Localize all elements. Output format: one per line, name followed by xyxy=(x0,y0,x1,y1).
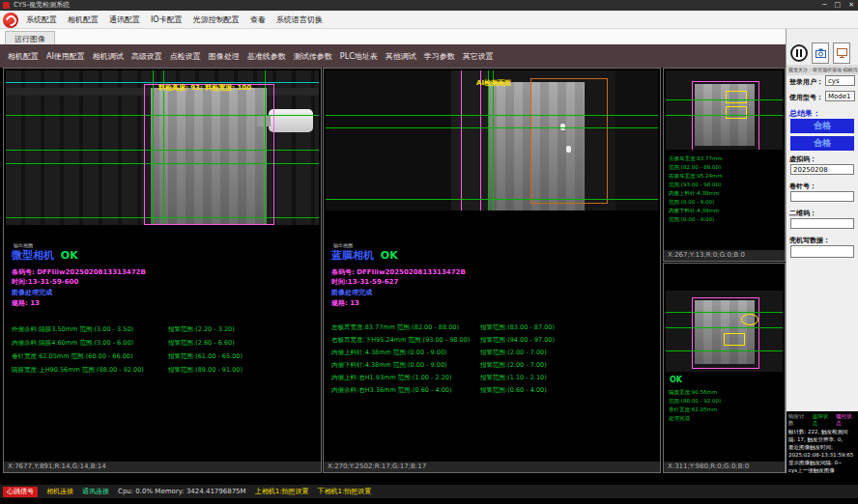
menu-item-camera-config[interactable]: 相机配置 xyxy=(68,14,99,25)
needle-no-label: 卷针号： xyxy=(789,182,816,191)
overlay-magenta-line xyxy=(461,70,462,210)
time-text: 时间:13-31-59-600 xyxy=(12,277,78,287)
camera-view-button[interactable] xyxy=(833,42,850,64)
measure-row: 内侧上料针:4.38mm 范围:(0.00 - 9.00)报警范围:(2.00 … xyxy=(324,349,660,358)
write-data-label: 壳机写数据： xyxy=(789,236,830,245)
needle-no-field[interactable] xyxy=(790,191,854,202)
measure-row: 内侧余料:隔膜4.60mm 范围:(3.00 - 6.00)报警范围:(2.60… xyxy=(4,339,321,349)
measure-row: 内侧上料:右H1.93mm 范围:(1.00 - 2.20)报警范围:(1.10… xyxy=(324,374,660,383)
toolbar-item-image-processing[interactable]: 图像处理 xyxy=(209,51,240,62)
measure-row: 外侧余料:隔膜3.50mm 范围:(3.00 - 3.50)报警范围:(2.20… xyxy=(4,325,321,335)
pixel-readout: X:270;Y:2502;R:17;G:17;B:17 xyxy=(324,462,660,472)
pause-button[interactable] xyxy=(790,44,808,62)
write-data-field[interactable] xyxy=(790,245,854,258)
window-controls: ─ □ ✕ xyxy=(822,0,854,11)
measure-row: 隔膜宽度:上H90.56mm 范围:(88.00 - 92.00)报警范围:(8… xyxy=(4,366,321,376)
toolbar: 相机配置 AI使用配置 相机调试 高级设置 点检设置 图像处理 基准线参数 测试… xyxy=(0,44,786,68)
overlay-green-line xyxy=(666,99,783,100)
qr-code-label: 二维码： xyxy=(789,209,816,218)
virtual-code-label: 虚拟码： xyxy=(789,154,816,164)
measure-row: 卷针宽度:62.05mm 范围:(60.00 - 66.00)报警范围:(61.… xyxy=(4,352,321,362)
toolbar-item-learn-params[interactable]: 学习参数 xyxy=(424,51,455,62)
app-window: CYS-视觉检测系统 ─ □ ✕ 系统配置 相机配置 通讯配置 IO卡配置 光源… xyxy=(0,0,858,504)
model-field[interactable] xyxy=(825,91,855,101)
camera-result-line: 蓝膜相机 OK xyxy=(331,248,398,263)
cpu-memory-readout: Cpu: 0.0% Memory: 3424.41796875M xyxy=(118,488,246,495)
overlay-ai-text: AI检测画面 xyxy=(476,78,511,88)
result-box-2: 合格 xyxy=(790,136,854,151)
maximize-icon[interactable]: □ xyxy=(835,0,842,11)
camera-name: 蓝膜相机 xyxy=(331,249,374,262)
barcode-text: 条码号: DFFIiiw2025020813313472B xyxy=(331,267,466,277)
thumb-measure-line: 左极耳宽度:83.77mm xyxy=(669,155,723,162)
toolbar-item-other-debug[interactable]: 其他调试 xyxy=(386,51,416,62)
camera-capture-button[interactable] xyxy=(812,42,829,64)
qr-code-field[interactable] xyxy=(790,218,854,229)
barcode-text: 条码号: DFFIiiw2025020813313472B xyxy=(12,267,146,277)
tab-row: 运行图像 xyxy=(0,29,786,45)
toolbar-item-ai-config[interactable]: AI使用配置 xyxy=(46,51,85,62)
menu-item-view[interactable]: 查看 xyxy=(250,14,266,25)
brand-logo-icon xyxy=(3,13,18,28)
toolbar-item-plc-address[interactable]: PLC地址表 xyxy=(340,51,378,62)
title-bar: CYS-视觉检测系统 ─ □ ✕ xyxy=(0,0,858,11)
center-camera-image[interactable]: AI检测画面 xyxy=(326,70,658,210)
thumb-bottom-image[interactable] xyxy=(666,291,783,372)
process-status: 图像处理完成 xyxy=(12,288,52,297)
minimize-icon[interactable]: ─ xyxy=(822,0,826,11)
toolbar-item-camera-debug[interactable]: 相机调试 xyxy=(93,51,124,62)
measure-row: 内侧余料:右H3.36mm 范围:(0.60 - 4.00)报警范围:(0.60… xyxy=(324,386,660,396)
overlay-yellow-box xyxy=(724,333,745,346)
ai-roi-rect xyxy=(530,78,608,204)
pixel-readout: X:7677,Y:891;R:14,G:14,B:14 xyxy=(4,462,321,472)
upper-camera-setting: 上相机1:拍照设置 xyxy=(255,487,309,496)
camera-icon xyxy=(815,48,826,58)
left-camera-image[interactable]: 料枪高度: 93; 料枪宽度: 100 xyxy=(6,70,319,225)
model-label: 使用型号： xyxy=(789,93,823,102)
menu-item-system-config[interactable]: 系统配置 xyxy=(26,14,57,25)
toolbar-item-test-params[interactable]: 测试传参数 xyxy=(294,51,332,62)
virtual-code-field[interactable] xyxy=(790,164,854,175)
app-icon xyxy=(3,2,10,9)
menu-item-io-config[interactable]: IO卡配置 xyxy=(151,14,183,25)
toolbar-item-spot-check[interactable]: 点检设置 xyxy=(170,51,201,62)
time-text: 时间:13-31-59-627 xyxy=(331,277,398,287)
menu-item-comm-config[interactable]: 通讯配置 xyxy=(109,14,140,25)
thumb-measure-line: 隔膜宽度:90.56mm xyxy=(669,389,717,396)
panel-caption: 视觉关注：研究场所基地·棕榈湾基地 xyxy=(786,65,858,75)
spec-text: 规格: 13 xyxy=(12,298,40,308)
quick-actions xyxy=(790,42,850,64)
camera-link-status: 相机连接 xyxy=(46,487,73,496)
toolbar-item-advanced-settings[interactable]: 高级设置 xyxy=(131,51,162,62)
status-bar: 心跳信号 相机连接 通讯连接 Cpu: 0.0% Memory: 3424.41… xyxy=(0,485,858,498)
heartbeat-indicator: 心跳信号 xyxy=(3,487,38,497)
camera-result-line: 微型相机 OK xyxy=(12,248,78,263)
overlay-measure-text: 料枪高度: 93; 料枪宽度: 100 xyxy=(158,83,251,93)
monitor-icon xyxy=(837,48,847,58)
thumb-camera-panel-top: 左极耳宽度:83.77mm 范围:(82.00 - 88.00) 右极耳宽度:9… xyxy=(663,68,786,262)
total-result-label: 总结果： xyxy=(789,108,820,119)
stats-panel: 响应计数 故障状态 螺丝状态 帧计数: 222, 触发检测间 隔: 17, 触发… xyxy=(786,411,858,473)
stats-line: 帧计数: 222, 触发检测间 xyxy=(788,428,856,435)
thumb-top-image[interactable] xyxy=(666,70,783,150)
center-camera-panel: AI检测画面 输出画面 蓝膜相机 OK 条码号: DFFIiiw20250208… xyxy=(323,68,661,473)
result-ok: OK xyxy=(670,376,682,384)
left-camera-panel: 料枪高度: 93; 料枪宽度: 100 输出画面 微型相机 OK 条码号: DF… xyxy=(3,68,322,473)
roi-rect xyxy=(144,84,274,225)
toolbar-item-camera-config[interactable]: 相机配置 xyxy=(8,51,39,62)
close-icon[interactable]: ✕ xyxy=(848,0,854,11)
toolbar-item-baseline-params[interactable]: 基准线参数 xyxy=(247,51,286,62)
login-user-field[interactable] xyxy=(825,75,855,86)
menu-item-light-config[interactable]: 光源控制配置 xyxy=(193,14,240,25)
menu-item-language[interactable]: 系统语言切换 xyxy=(276,14,323,25)
comm-link-status: 通讯连接 xyxy=(82,487,109,496)
camera-name: 微型相机 xyxy=(12,249,54,262)
process-status: 图像处理完成 xyxy=(331,288,372,297)
spec-text: 规格: 13 xyxy=(331,298,359,308)
lower-camera-setting: 下相机1:拍照设置 xyxy=(317,487,371,496)
measure-row: 左极耳宽度:83.77mm 范围:(82.00 - 88.00)报警范围:(83… xyxy=(324,323,660,333)
toolbar-item-misc-settings[interactable]: 其它设置 xyxy=(463,51,494,62)
login-user-label: 登录用户： xyxy=(789,77,823,87)
measure-row: 内侧下料针:4.38mm 范围:(0.00 - 9.00)报警范围:(2.00 … xyxy=(324,361,660,371)
result-ok: OK xyxy=(61,249,78,262)
